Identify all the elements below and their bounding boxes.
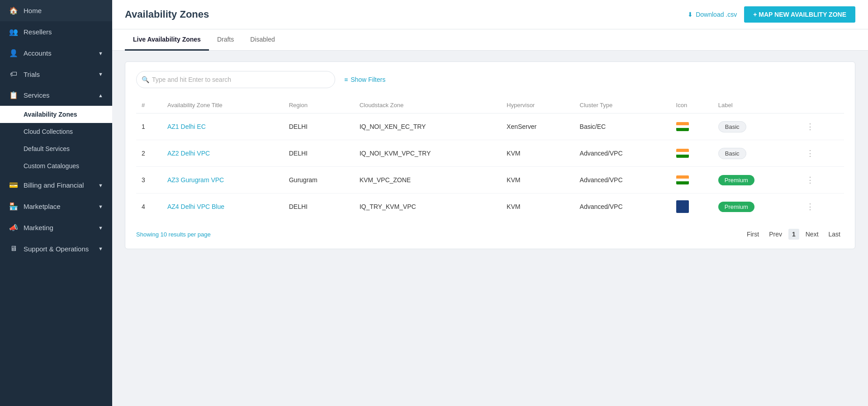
chevron-down-icon: ▼ (98, 225, 103, 231)
row-menu-button[interactable]: ⋮ (802, 173, 818, 187)
sidebar-sub-label: Availability Zones (24, 111, 77, 118)
label-badge: Basic (718, 148, 746, 159)
tab-disabled[interactable]: Disabled (242, 29, 283, 51)
first-page-button[interactable]: First (743, 229, 763, 240)
cell-menu: ⋮ (797, 113, 844, 140)
sidebar-sub-custom-catalogues[interactable]: Custom Catalogues (0, 157, 112, 175)
services-icon: 📋 (9, 91, 18, 99)
sidebar-item-marketing[interactable]: 📣 Marketing ▼ (0, 217, 112, 238)
filter-label: Show Filters (351, 76, 385, 83)
cell-icon (671, 194, 713, 220)
search-icon: 🔍 (142, 76, 149, 83)
current-page-button[interactable]: 1 (788, 229, 799, 240)
sidebar-sub-availability-zones[interactable]: Availability Zones (0, 106, 112, 123)
trials-icon: 🏷 (9, 70, 18, 78)
sidebar-item-label: Resellers (24, 28, 52, 36)
map-new-zone-button[interactable]: + MAP NEW AVAILBLITY ZONE (744, 6, 855, 23)
pagination-row: Showing 10 results per page First Prev 1… (136, 229, 844, 240)
cell-label: Premium (713, 167, 797, 194)
cell-cloudstack: IQ_NOI_KVM_VPC_TRY (354, 140, 501, 167)
col-hypervisor: Hypervisor (501, 97, 574, 113)
cell-title[interactable]: AZ1 Delhi EC (162, 113, 284, 140)
cell-icon (671, 167, 713, 194)
row-menu-button[interactable]: ⋮ (802, 200, 818, 213)
sidebar-item-label: Home (24, 7, 42, 14)
sidebar-item-resellers[interactable]: 👥 Resellers (0, 21, 112, 42)
sidebar-item-label: Marketing (24, 224, 53, 231)
sidebar-item-support[interactable]: 🖥 Support & Operations ▼ (0, 238, 112, 259)
cell-title[interactable]: AZ3 Gurugram VPC (162, 167, 284, 194)
chevron-up-icon: ▲ (98, 93, 103, 98)
cell-region: DELHI (284, 194, 354, 220)
showing-count: 10 results per page (160, 231, 210, 238)
last-page-button[interactable]: Last (825, 229, 844, 240)
row-menu-button[interactable]: ⋮ (802, 146, 818, 160)
download-icon: ⬇ (688, 11, 693, 18)
zone-link[interactable]: AZ3 Gurugram VPC (167, 176, 224, 184)
resellers-icon: 👥 (9, 28, 18, 36)
sidebar: 🏠 Home 👥 Resellers 👤 Accounts ▼ 🏷 Trials… (0, 0, 112, 406)
table-row: 4 AZ4 Delhi VPC Blue DELHI IQ_TRY_KVM_VP… (136, 194, 844, 220)
sidebar-item-billing[interactable]: 💳 Billing and Financial ▼ (0, 175, 112, 196)
download-csv-button[interactable]: ⬇ Download .csv (688, 11, 737, 18)
main-card: 🔍 ≡ Show Filters # Availability Zone Tit… (125, 61, 855, 249)
row-menu-button[interactable]: ⋮ (802, 120, 818, 133)
chevron-down-icon: ▼ (98, 204, 103, 209)
search-input[interactable] (136, 71, 335, 88)
pagination-controls: First Prev 1 Next Last (743, 229, 844, 240)
showing-prefix: Showing (136, 231, 160, 238)
main-content: Availability Zones ⬇ Download .csv + MAP… (112, 0, 868, 406)
col-icon: Icon (671, 97, 713, 113)
sidebar-sub-label: Default Services (24, 145, 70, 152)
sidebar-item-label: Accounts (24, 49, 52, 57)
content-area: 🔍 ≡ Show Filters # Availability Zone Tit… (112, 51, 868, 406)
cell-num: 2 (136, 140, 162, 167)
sidebar-item-label: Marketplace (24, 203, 61, 210)
cell-title[interactable]: AZ4 Delhi VPC Blue (162, 194, 284, 220)
next-page-button[interactable]: Next (802, 229, 822, 240)
cell-title[interactable]: AZ2 Delhi VPC (162, 140, 284, 167)
sidebar-item-label: Services (24, 91, 50, 99)
sidebar-item-label: Trials (24, 71, 40, 78)
filter-icon: ≡ (344, 76, 348, 83)
page-header: Availability Zones ⬇ Download .csv + MAP… (112, 0, 868, 29)
sidebar-sub-cloud-collections[interactable]: Cloud Collections (0, 123, 112, 140)
sidebar-item-services[interactable]: 📋 Services ▲ (0, 85, 112, 106)
cell-cluster: Basic/EC (574, 113, 671, 140)
show-filters-button[interactable]: ≡ Show Filters (344, 76, 385, 83)
cell-menu: ⋮ (797, 194, 844, 220)
availability-zones-table: # Availability Zone Title Region Cloudst… (136, 97, 844, 220)
chevron-down-icon: ▼ (98, 183, 103, 188)
label-badge: Premium (718, 175, 754, 185)
sidebar-item-label: Billing and Financial (24, 181, 84, 189)
search-row: 🔍 ≡ Show Filters (136, 71, 844, 88)
tab-drafts[interactable]: Drafts (209, 29, 242, 51)
cell-hypervisor: KVM (501, 194, 574, 220)
zone-link[interactable]: AZ2 Delhi VPC (167, 150, 210, 157)
prev-page-button[interactable]: Prev (765, 229, 786, 240)
label-badge: Premium (718, 202, 754, 212)
search-input-wrap: 🔍 (136, 71, 335, 88)
sidebar-sub-default-services[interactable]: Default Services (0, 140, 112, 157)
sidebar-item-trials[interactable]: 🏷 Trials ▼ (0, 64, 112, 85)
zone-link[interactable]: AZ4 Delhi VPC Blue (167, 203, 224, 210)
sidebar-item-home[interactable]: 🏠 Home (0, 0, 112, 21)
tab-live[interactable]: Live Availability Zones (125, 29, 209, 51)
cell-hypervisor: KVM (501, 140, 574, 167)
table-row: 1 AZ1 Delhi EC DELHI IQ_NOI_XEN_EC_TRY X… (136, 113, 844, 140)
col-num: # (136, 97, 162, 113)
india-flag-icon (676, 149, 689, 158)
billing-icon: 💳 (9, 181, 18, 189)
cell-icon (671, 113, 713, 140)
label-badge: Basic (718, 121, 746, 132)
cell-region: Gurugram (284, 167, 354, 194)
chevron-down-icon: ▼ (98, 246, 103, 251)
cell-num: 1 (136, 113, 162, 140)
chevron-down-icon: ▼ (98, 51, 103, 56)
sidebar-item-accounts[interactable]: 👤 Accounts ▼ (0, 42, 112, 64)
zone-link[interactable]: AZ1 Delhi EC (167, 123, 206, 130)
sidebar-item-marketplace[interactable]: 🏪 Marketplace ▼ (0, 196, 112, 217)
cell-num: 3 (136, 167, 162, 194)
sidebar-item-label: Support & Operations (24, 245, 89, 253)
cell-label: Premium (713, 194, 797, 220)
